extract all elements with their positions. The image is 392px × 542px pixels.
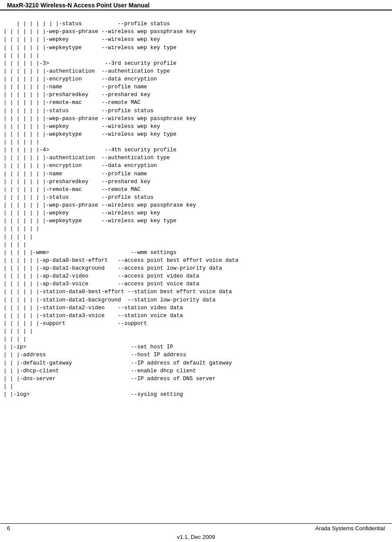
- page-container: MaxR-3210 Wireless-N Access Point User M…: [0, 0, 392, 542]
- page-number: 6: [7, 525, 10, 532]
- footer-version: v1.1, Dec 2009: [0, 533, 392, 542]
- page-header: MaxR-3210 Wireless-N Access Point User M…: [0, 0, 392, 10]
- header-title: MaxR-3210 Wireless-N Access Point User M…: [7, 2, 150, 9]
- footer-row: 6 Arada Systems Confidential: [0, 524, 392, 533]
- content-text: | | | | | | |-status --profile status | …: [3, 21, 238, 398]
- version-text: v1.1, Dec 2009: [177, 534, 215, 540]
- page-footer: 6 Arada Systems Confidential v1.1, Dec 2…: [0, 523, 392, 542]
- main-content: | | | | | | |-status --profile status | …: [0, 10, 392, 523]
- company-name: Arada Systems Confidential: [315, 525, 385, 532]
